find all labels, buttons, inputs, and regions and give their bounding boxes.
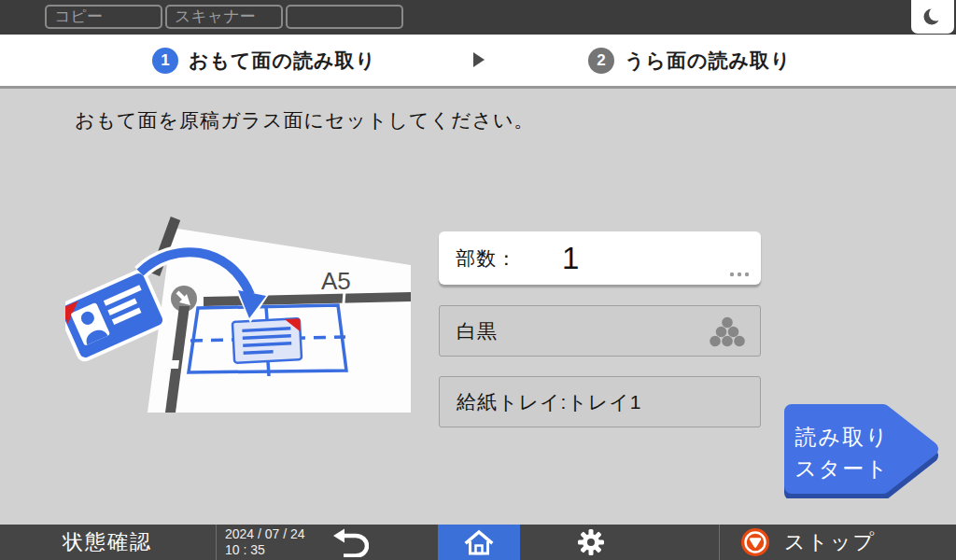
step-1-label: おもて面の読み取り <box>189 48 376 74</box>
step-1-front-scan: 1 おもて面の読み取り <box>152 35 376 86</box>
back-button[interactable] <box>313 525 387 560</box>
settings-button[interactable] <box>558 525 624 560</box>
date-text: 2024 / 07 / 24 <box>225 526 305 542</box>
tab-copy[interactable]: コピー <box>45 5 162 29</box>
tab-empty[interactable] <box>286 5 403 29</box>
home-icon <box>463 528 495 556</box>
start-button-line2: スタート <box>794 456 890 481</box>
color-dots-icon <box>710 316 745 347</box>
step-1-number-badge: 1 <box>152 48 178 74</box>
platen-glass-illustration: A5 <box>65 215 411 415</box>
instruction-text: おもて面を原稿ガラス面にセットしてください。 <box>75 107 534 133</box>
gear-icon <box>577 528 605 556</box>
start-button-line1: 読み取り <box>794 425 889 449</box>
more-options-icon <box>729 272 750 277</box>
copies-label: 部数： <box>439 245 517 272</box>
step-2-number-badge: 2 <box>588 48 614 74</box>
top-bar: コピー スキャナー <box>0 0 956 35</box>
home-button[interactable] <box>438 525 520 560</box>
bottom-nav-bar: 状態確認 2024 / 07 / 24 10 : 35 <box>0 525 956 560</box>
nav-divider <box>216 525 217 560</box>
copies-setting-card[interactable]: 部数： 1 <box>439 231 761 285</box>
step-indicator-bar: 1 おもて面の読み取り 2 うら面の読み取り <box>0 35 956 89</box>
back-arrow-icon <box>331 527 369 557</box>
left-ruler-gap <box>167 360 179 369</box>
scan-start-button[interactable]: 読み取り スタート <box>779 399 947 498</box>
paper-size-label: A5 <box>321 267 351 295</box>
step-arrow-icon <box>473 52 485 67</box>
app-tabs: コピー スキャナー <box>45 5 403 29</box>
color-mode-card[interactable]: 白黒 <box>439 305 761 357</box>
stop-icon <box>740 527 770 557</box>
step-2-label: うら面の読み取り <box>625 48 791 74</box>
sleep-mode-button[interactable] <box>911 0 954 34</box>
placed-card-graphic <box>232 318 302 363</box>
crescent-moon-icon <box>922 7 943 27</box>
datetime-display: 2024 / 07 / 24 10 : 35 <box>225 526 305 558</box>
paper-tray-label: 給紙トレイ:トレイ1 <box>440 389 641 415</box>
color-mode-label: 白黒 <box>440 318 498 344</box>
status-check-button[interactable]: 状態確認 <box>0 525 215 560</box>
ruler-tick <box>344 291 344 303</box>
paper-tray-card[interactable]: 給紙トレイ:トレイ1 <box>439 376 761 427</box>
stop-button[interactable]: ストップ <box>720 525 956 560</box>
main-content: おもて面を原稿ガラス面にセットしてください。 A5 <box>0 89 956 525</box>
id-card-graphic <box>65 267 169 364</box>
stop-label: ストップ <box>784 528 876 556</box>
step-2-back-scan: 2 うら面の読み取り <box>588 35 791 86</box>
time-text: 10 : 35 <box>225 542 305 558</box>
tab-scanner[interactable]: スキャナー <box>165 5 283 29</box>
copies-value: 1 <box>562 241 579 276</box>
